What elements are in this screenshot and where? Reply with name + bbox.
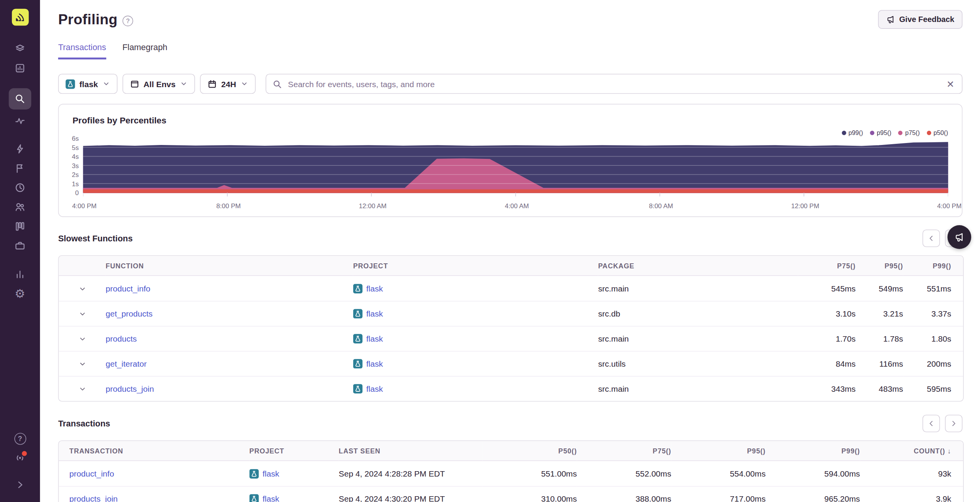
chevron-right-icon [949, 419, 958, 428]
count-cell: 3.9k [860, 486, 963, 502]
sidebar-bottom: ? [9, 429, 31, 495]
chevron-down-icon [78, 385, 87, 394]
sidebar-item-replays[interactable] [9, 178, 31, 197]
flask-platform-icon [353, 284, 362, 293]
expand-row-button[interactable] [78, 335, 87, 344]
date-range-selector[interactable]: 24H [200, 74, 255, 94]
sidebar-item-boards[interactable] [9, 217, 31, 236]
kanban-icon [14, 221, 25, 232]
x-tick: 8:00 PM [216, 202, 241, 209]
project-link[interactable]: flask [366, 359, 383, 368]
project-selector[interactable]: flask [58, 74, 117, 94]
sidebar-item-issues[interactable] [9, 39, 31, 58]
transaction-link[interactable]: products_join [69, 494, 117, 502]
x-tick: 8:00 AM [649, 202, 673, 209]
expander-column [59, 256, 106, 276]
sidebar-item-whats-new[interactable] [9, 448, 31, 467]
expand-row-button[interactable] [78, 285, 87, 293]
function-link[interactable]: get_products [106, 309, 153, 318]
legend-dot [898, 131, 903, 135]
legend-label: p75() [905, 130, 920, 136]
expand-row-button[interactable] [78, 385, 87, 394]
expand-row-button[interactable] [78, 310, 87, 319]
project-link[interactable]: flask [262, 494, 279, 502]
expand-row-button[interactable] [78, 360, 87, 369]
project-link[interactable]: flask [262, 469, 279, 478]
panel-title: Profiles by Percentiles [72, 115, 948, 126]
clear-search-icon[interactable]: ✕ [945, 78, 956, 90]
chevron-down-icon [78, 285, 87, 293]
sentry-logo[interactable] [12, 9, 29, 26]
x-tick: 12:00 PM [791, 202, 819, 209]
legend-dot [870, 131, 874, 135]
project-link[interactable]: flask [366, 284, 383, 293]
sidebar-item-traces[interactable] [9, 111, 31, 130]
give-feedback-button[interactable]: Give Feedback [878, 10, 962, 29]
sidebar-item-help[interactable]: ? [9, 429, 31, 448]
sidebar-item-projects[interactable] [9, 236, 31, 255]
p95-cell: 717.00ms [671, 486, 765, 502]
legend-label: p95() [877, 130, 891, 136]
project-link[interactable]: flask [366, 309, 383, 318]
project-link[interactable]: flask [366, 384, 383, 393]
tab-flamegraph[interactable]: Flamegraph [123, 42, 168, 59]
p95-cell: 483ms [856, 376, 903, 401]
legend-dot [926, 131, 931, 135]
y-tick: 6s [72, 135, 79, 141]
main-content: Profiling ? Give Feedback Transactions F… [40, 0, 980, 502]
sidebar-item-settings[interactable]: ⚙ [9, 284, 31, 303]
sidebar-item-search[interactable] [9, 88, 31, 109]
col-package: PACKAGE [598, 256, 798, 276]
legend-item-p95[interactable]: p95() [870, 130, 891, 136]
p99-cell: 200ms [903, 351, 963, 376]
tab-transactions[interactable]: Transactions [58, 42, 106, 59]
chevron-left-icon [927, 419, 936, 428]
sidebar-item-explore[interactable] [9, 59, 31, 78]
date-range-label: 24H [221, 79, 236, 88]
sidebar-item-insights[interactable] [9, 198, 31, 217]
project-link[interactable]: flask [366, 334, 383, 343]
legend-dot [842, 131, 846, 135]
col-transaction: TRANSACTION [59, 441, 250, 461]
sentry-logo-icon [14, 12, 25, 23]
col-count[interactable]: COUNT() ↓ [860, 441, 963, 461]
sidebar-item-alerts[interactable] [9, 140, 31, 158]
search-input[interactable] [287, 79, 940, 89]
pager-prev-button[interactable] [923, 415, 940, 432]
floating-feedback-button[interactable] [948, 225, 972, 249]
y-tick: 3s [72, 162, 79, 168]
p99-cell: 1.80s [903, 326, 963, 351]
clock-icon [14, 182, 25, 193]
legend-item-p75[interactable]: p75() [898, 130, 920, 136]
function-link[interactable]: products_join [106, 384, 154, 393]
package-cell: src.utils [598, 351, 798, 376]
transactions-header: Transactions [58, 415, 963, 432]
sidebar-expand-button[interactable] [9, 475, 31, 494]
section-title: Transactions [58, 419, 110, 428]
function-link[interactable]: product_info [106, 284, 150, 293]
legend-item-p99[interactable]: p99() [842, 130, 863, 136]
percentiles-chart[interactable] [83, 138, 948, 200]
pager-prev-button[interactable] [923, 229, 940, 247]
p95-cell: 116ms [856, 351, 903, 376]
sidebar-item-feedback[interactable] [9, 159, 31, 178]
page-help-icon[interactable]: ? [123, 15, 133, 26]
lightning-icon [14, 143, 25, 155]
function-link[interactable]: products [106, 334, 137, 343]
p75-cell: 552.00ms [577, 461, 671, 486]
table-header-row: FUNCTION PROJECT PACKAGE P75() P95() P99… [59, 256, 963, 276]
p50-cell: 310.00ms [482, 486, 577, 502]
chart-area: 6s 5s 4s 3s 2s 1s 0 [59, 138, 948, 200]
tab-bar: Transactions Flamegraph [58, 42, 963, 59]
transaction-link[interactable]: product_info [69, 469, 114, 478]
legend-item-p50[interactable]: p50() [926, 130, 948, 136]
pager-next-button[interactable] [945, 415, 962, 432]
environment-selector[interactable]: All Envs [122, 74, 195, 94]
sidebar-item-stats[interactable] [9, 264, 31, 283]
p95-cell: 3.21s [856, 301, 903, 326]
p99-cell: 3.37s [903, 301, 963, 326]
area-chart-svg [83, 138, 948, 198]
app-window: ⚙ ? Profiling ? [0, 0, 980, 502]
function-link[interactable]: get_iterator [106, 359, 147, 368]
flask-platform-icon [353, 334, 362, 343]
